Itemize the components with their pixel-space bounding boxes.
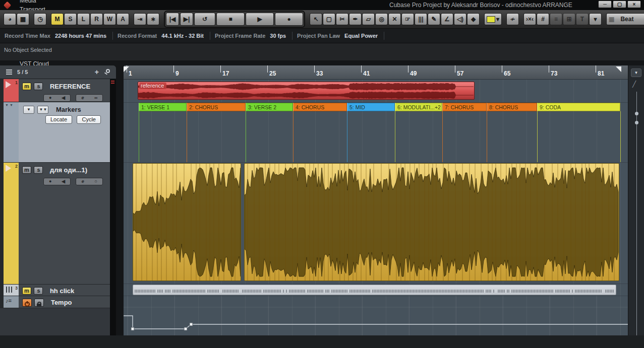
object-selection-tool[interactable]: ↖	[310, 13, 322, 25]
mute-button[interactable]: m	[22, 166, 31, 174]
activate-project-icon[interactable]: ◕	[4, 13, 16, 25]
minimize-button[interactable]: ─	[598, 1, 612, 8]
track-name[interactable]: REFERENCE	[50, 83, 90, 90]
marker-cell[interactable]: 2: CHORUS	[187, 103, 246, 111]
comp-tool[interactable]: |||	[415, 13, 427, 25]
status-value[interactable]: 44.1 kHz - 32 Bit	[161, 33, 210, 39]
close-button[interactable]: ×	[627, 1, 641, 8]
grid-type-dropdown[interactable]: ▦ Beat ▾	[606, 13, 644, 25]
tempo-active-button[interactable]	[22, 299, 32, 307]
play-scrub-tool[interactable]: ☞	[401, 13, 414, 25]
track-row-markers[interactable]: ▼▼ ▼ ▼▼ Markers Locate Cycle	[0, 102, 116, 163]
marker-cell[interactable]: 8: CHORUS	[487, 103, 537, 111]
cycle-marker-button[interactable]: Cycle	[77, 115, 101, 124]
freeze-icon[interactable]: ○	[95, 179, 97, 184]
constrain-delay-compensation-icon[interactable]: ◷	[34, 13, 46, 25]
monitor-tool[interactable]: ◁)	[454, 13, 466, 25]
mute-button[interactable]: m	[22, 83, 31, 90]
ruler-options-button[interactable]: ▾	[631, 68, 641, 77]
restore-button[interactable]: ▢	[613, 1, 626, 8]
tempo-lock-button[interactable]	[34, 299, 44, 307]
state-button-r[interactable]: R	[90, 13, 103, 25]
timeline-ruler[interactable]: 19172533414957657381	[124, 65, 628, 80]
color-selector[interactable]: ▾	[484, 13, 502, 25]
hh-click-midi-part[interactable]	[133, 285, 616, 295]
track-name[interactable]: для оди...1)	[50, 166, 87, 174]
zoom-tool[interactable]: ◎	[375, 13, 388, 25]
track-name[interactable]: Markers	[56, 106, 81, 113]
link-icon[interactable]: ∞	[94, 95, 97, 100]
go-previous-marker-button[interactable]: |◀	[166, 13, 179, 26]
state-button-a[interactable]: A	[116, 13, 129, 25]
track-row-tempo[interactable]: ♪= Tempo	[0, 296, 116, 308]
track-row-reference[interactable]: 1 m s REFERENCE ●◀ e∞	[0, 79, 116, 102]
monitor-icon[interactable]: ◀	[62, 95, 65, 100]
solo-button[interactable]: s	[34, 287, 43, 295]
tempo-point-handle[interactable]	[184, 327, 187, 330]
track-list-menu-icon[interactable]	[6, 69, 12, 75]
split-tool[interactable]: ✂	[336, 13, 348, 25]
status-value[interactable]: 2248 hours 47 mins	[55, 33, 112, 39]
reference-audio-event[interactable]: reference	[138, 82, 475, 100]
state-button-s[interactable]: S	[64, 13, 77, 25]
mute-tool[interactable]: ✕	[388, 13, 401, 25]
range-selection-tool[interactable]: ▢	[323, 13, 335, 25]
record-button[interactable]: ●	[275, 13, 303, 26]
state-button-w[interactable]: W	[103, 13, 116, 25]
vertical-zoom-slider[interactable]	[636, 92, 637, 341]
play-button[interactable]: ▶	[246, 13, 274, 26]
record-enable-icon[interactable]: ●	[49, 179, 51, 184]
marker-cell[interactable]: 6: MODULATI...+2	[395, 103, 442, 111]
event-display[interactable]: 19172533414957657381 1: VERSE 12: CHORUS…	[124, 65, 628, 344]
marker-cell[interactable]: 1: VERSE 1	[139, 103, 187, 111]
zoom-slider-handle[interactable]	[635, 121, 638, 124]
go-next-marker-button[interactable]: ▶|	[180, 13, 193, 26]
erase-tool[interactable]: ▱	[362, 13, 375, 25]
add-cycle-marker-button[interactable]: ▼▼	[37, 106, 48, 114]
solo-button[interactable]: s	[34, 166, 43, 174]
tempo-point-handle[interactable]	[190, 323, 193, 326]
draw-tool[interactable]: ✎	[428, 13, 440, 25]
setup-window-layout-icon[interactable]: ▦	[17, 13, 29, 25]
snap-type-dropdown[interactable]: ▾	[589, 13, 602, 25]
snap-grid-button[interactable]: #	[537, 13, 549, 25]
edit-channel-icon[interactable]: e	[82, 179, 84, 184]
workspace-star-icon[interactable]: ∗	[147, 13, 159, 25]
glue-tool[interactable]: ✒	[349, 13, 362, 25]
add-marker-button[interactable]: ▼	[23, 106, 34, 114]
track-name[interactable]: hh click	[50, 287, 74, 295]
edit-channel-icon[interactable]: e	[82, 95, 84, 100]
track-list-scrollbar[interactable]	[110, 79, 116, 335]
marker-cell[interactable]: 9: CODA	[537, 103, 620, 111]
status-value[interactable]: 30 fps	[270, 33, 292, 39]
solo-button[interactable]: s	[34, 83, 43, 90]
marker-cell[interactable]: 4: CHORUS	[293, 103, 347, 111]
color-tool[interactable]: ◆	[467, 13, 480, 25]
monitor-icon[interactable]: ◀	[62, 179, 65, 184]
track-name[interactable]: Tempo	[51, 299, 72, 306]
line-tool[interactable]: ∠	[441, 13, 453, 25]
locate-marker-button[interactable]: Locate	[45, 115, 72, 124]
locate-marker-icon[interactable]: ⇥	[134, 13, 146, 25]
snap-on-off-button[interactable]: ›×‹	[523, 13, 536, 25]
mute-button[interactable]: m	[22, 287, 31, 295]
record-enable-icon[interactable]: ●	[49, 95, 51, 100]
state-button-m[interactable]: M	[51, 13, 64, 25]
state-button-l[interactable]: L	[77, 13, 90, 25]
stop-button[interactable]: ■	[216, 13, 245, 26]
status-value[interactable]: Equal Power	[344, 33, 384, 39]
zoom-slider-handle[interactable]	[635, 112, 638, 115]
search-tracks-icon[interactable]	[106, 69, 110, 73]
tempo-point-handle[interactable]	[131, 327, 134, 330]
track-row-hhclick[interactable]: 3 m s hh click	[0, 285, 116, 296]
marker-cell[interactable]: 3: VERSE 2	[246, 103, 293, 111]
marker-cell[interactable]: 7: CHORUS	[442, 103, 487, 111]
cycle-button[interactable]: ↺	[194, 13, 215, 26]
audio-event-sliced-1[interactable]	[133, 163, 241, 281]
audio-event-sliced-2[interactable]	[244, 163, 619, 281]
add-track-button[interactable]: +	[95, 68, 99, 76]
track-row-audio2[interactable]: 2 m s для оди...1) ●◀ e○	[0, 163, 116, 285]
marker-cell[interactable]: 5: MID	[347, 103, 395, 111]
autoscroll-button[interactable]: ≁	[506, 13, 519, 25]
menu-media[interactable]: Media	[15, 0, 57, 5]
